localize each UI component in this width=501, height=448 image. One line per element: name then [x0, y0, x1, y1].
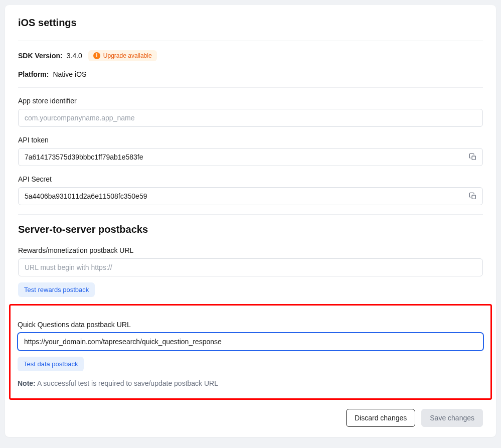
info-icon: i	[93, 52, 100, 59]
upgrade-badge[interactable]: i Upgrade available	[88, 50, 157, 61]
copy-icon[interactable]	[469, 192, 477, 200]
quick-questions-postback-label: Quick Questions data postback URL	[18, 321, 483, 329]
rewards-postback-input[interactable]	[18, 258, 483, 276]
platform-label: Platform:	[18, 70, 49, 78]
action-button-row: Discard changes Save changes	[18, 409, 483, 427]
note-body: A successful test is required to save/up…	[37, 379, 218, 387]
sdk-version-label: SDK Version:	[18, 52, 63, 60]
svg-rect-1	[472, 195, 475, 199]
api-secret-label: API Secret	[18, 175, 483, 183]
save-changes-button[interactable]: Save changes	[421, 409, 483, 427]
app-store-id-label: App store identifier	[18, 97, 483, 105]
quick-questions-postback-field: Quick Questions data postback URL Test d…	[18, 321, 483, 371]
app-store-id-input[interactable]	[18, 109, 483, 127]
api-token-input[interactable]	[18, 148, 483, 166]
sdk-version-row: SDK Version: 3.4.0 i Upgrade available	[18, 50, 483, 61]
rewards-postback-field: Rewards/monetization postback URL Test r…	[18, 246, 483, 297]
svg-rect-0	[472, 156, 475, 160]
quick-questions-postback-input[interactable]	[18, 333, 483, 351]
postbacks-section-title: Server-to-server postbacks	[18, 224, 483, 235]
divider	[18, 214, 483, 215]
sdk-version-value: 3.4.0	[67, 52, 82, 60]
upgrade-badge-text: Upgrade available	[103, 52, 152, 59]
rewards-postback-label: Rewards/monetization postback URL	[18, 246, 483, 254]
api-secret-input[interactable]	[18, 187, 483, 205]
test-data-postback-button[interactable]: Test data postback	[18, 357, 84, 371]
discard-changes-button[interactable]: Discard changes	[346, 409, 415, 427]
app-store-id-field: App store identifier	[18, 97, 483, 127]
divider	[18, 41, 483, 41]
api-token-label: API token	[18, 136, 483, 144]
page-title: iOS settings	[18, 17, 483, 29]
copy-icon[interactable]	[469, 153, 477, 161]
postback-note: Note: A successful test is required to s…	[18, 379, 483, 387]
ios-settings-panel: iOS settings SDK Version: 3.4.0 i Upgrad…	[5, 5, 496, 437]
highlight-box: Quick Questions data postback URL Test d…	[9, 304, 492, 400]
divider	[18, 87, 483, 88]
platform-row: Platform: Native iOS	[18, 70, 483, 78]
test-rewards-postback-button[interactable]: Test rewards postback	[18, 282, 95, 297]
note-label: Note:	[18, 379, 36, 387]
platform-value: Native iOS	[53, 70, 86, 78]
api-token-field: API token	[18, 136, 483, 166]
api-secret-field: API Secret	[18, 175, 483, 205]
